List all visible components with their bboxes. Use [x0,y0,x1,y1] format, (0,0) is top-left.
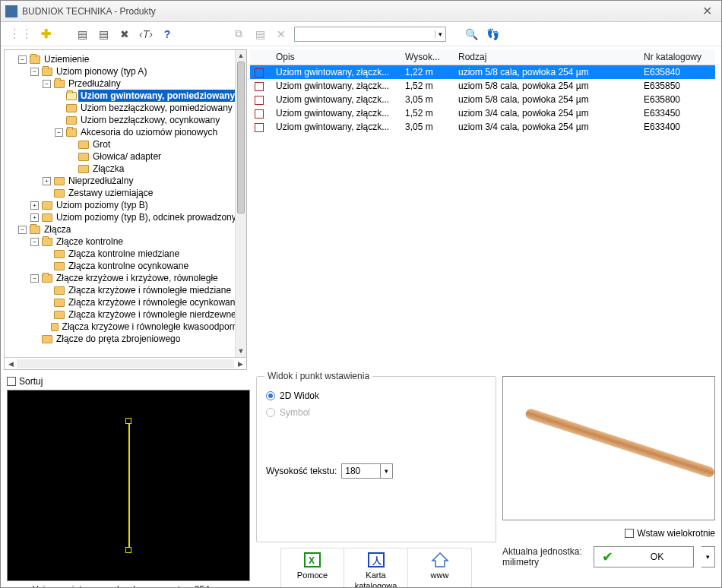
ok-label: OK [621,552,693,562]
unit-row: Aktualna jednostka: milimetry ✔ OK ▾ [502,546,715,567]
txtheight-combo[interactable]: ▾ [341,463,393,479]
tree-node[interactable]: Złączka [65,163,246,175]
close-button[interactable]: ✕ [698,4,717,18]
tree-node[interactable]: +Nieprzedłużalny [41,175,246,187]
tree-node[interactable]: −Akcesoria do uziomów pionowych [53,126,246,138]
image-preview [502,376,715,520]
txtheight-input[interactable] [342,464,380,478]
tree-node[interactable]: −Złącze krzyżowe i krzyżowe, równoległe [29,272,246,284]
table-row[interactable]: Uziom gwintowany, złączk...1,22 muziom 5… [250,65,715,80]
tree-node[interactable]: Złącza krzyżowe i równoległe miedziane [41,284,246,296]
tree-node[interactable]: Złącze do pręta zbrojeniowego [29,333,246,345]
cell-rodzaj: uziom 5/8 cala, powłoka 254 µm [454,65,639,80]
tree-node[interactable]: Złącza krzyżowe i równoległe nierdzewne [41,308,246,321]
table-row[interactable]: Uziom gwintowany, złączk...1,52 muziom 5… [250,79,715,93]
tree-node[interactable]: Grot [65,138,246,150]
doc2-icon[interactable]: ▤ [95,26,112,43]
tree-node[interactable]: −Złącze kontrolne [29,236,246,248]
tree-node[interactable]: Złącza kontrolne ocynkowane [41,260,246,272]
help-icon[interactable]: ? [159,26,176,43]
tree-node[interactable]: Uziom bezzłączkowy, pomiedziowany [53,102,246,114]
tree-node-selected[interactable]: Uziom gwintowany, pomiedziowany [53,90,246,102]
radio-symbol-input [266,408,275,417]
tree-node[interactable]: Głowica/ adapter [65,150,246,163]
sort-checkbox[interactable] [7,377,16,386]
txtheight-label: Wysokość tekstu: [266,466,337,476]
grip-icon: ⋮⋮ [8,27,33,41]
cell-nr: E633400 [639,120,715,134]
ok-button[interactable]: ✔ OK [594,546,694,567]
table-row[interactable]: Uziom gwintowany, złączk...1,52 muziom 3… [250,106,715,120]
tree-node[interactable]: +Uziom poziomy (typ B), odcinek prowadzo… [29,211,246,223]
tree-node[interactable]: −Złącza [17,223,246,236]
view-group: Widok i punkt wstawienia 2D Widok Symbol… [256,376,496,542]
karta-button[interactable]: 人 Karta katalogowa [344,548,408,588]
bottom-bar: X Pomoce 人 Karta katalogowa www [256,547,496,588]
tree-node[interactable]: +Uziom poziomy (typ B) [29,199,246,211]
row-checkbox[interactable] [255,109,264,119]
row-checkbox[interactable] [255,68,264,77]
col-rodzaj[interactable]: Rodzaj [454,49,639,65]
tree-node[interactable]: −Uziom pionowy (typ A) [29,65,246,77]
copy-icon[interactable]: ⧉ [230,26,247,43]
cell-opis: Uziom gwintowany, złączk... [271,106,401,120]
cell-rodzaj: uziom 5/8 cala, powłoka 254 µm [454,79,639,93]
cell-nr: E635800 [639,93,715,106]
table-header-row[interactable]: Opis Wysok... Rodzaj Nr katalogowy [250,49,715,65]
cell-nr: E633450 [639,106,715,120]
search-input[interactable] [295,29,435,40]
tree-node[interactable]: Złącza krzyżowe i równoległe ocynkowane [41,296,246,308]
table-row[interactable]: Uziom gwintowany, złączk...3,05 muziom 5… [250,93,715,106]
findall-icon[interactable]: 👣 [484,26,501,43]
check-icon: ✔ [594,548,621,565]
insert-multi-row[interactable]: Wstaw wielokrotnie [502,528,715,539]
radio-2d[interactable]: 2D Widok [266,390,486,401]
tree-node[interactable]: −Przedłużalny [41,77,246,90]
product-table[interactable]: Opis Wysok... Rodzaj Nr katalogowy Uziom… [250,49,715,134]
cell-opis: Uziom gwintowany, złączk... [271,93,401,106]
unit-value: milimetry [502,557,586,567]
pomoce-button[interactable]: X Pomoce [280,548,344,588]
radio-2d-input[interactable] [266,391,275,400]
cell-opis: Uziom gwintowany, złączk... [271,120,401,134]
app-icon [5,5,17,17]
cell-wys: 1,52 m [401,79,454,93]
home-icon [431,552,449,568]
tree-node[interactable]: Zestawy uziemiające [41,187,246,199]
tools-icon[interactable]: ✖ [116,26,133,43]
delete-icon[interactable]: ✕ [273,26,290,43]
row-checkbox[interactable] [255,123,264,132]
search-dropdown[interactable]: ▾ [435,30,445,38]
row-checkbox[interactable] [255,82,264,91]
tree-hscrollbar[interactable]: ◀▶ [5,357,246,369]
toolbar: ⋮⋮ ✚ ▤ ▤ ✖ ‹T› ? ⧉ ▤ ✕ ▾ 🔍 👣 [1,22,721,46]
row-checkbox[interactable] [255,96,264,105]
tree[interactable]: −Uziemienie −Uziom pionowy (typ A) −Prze… [5,50,246,357]
tree-node[interactable]: Złącza kontrolne miedziane [41,248,246,260]
sort-row[interactable]: Sortuj [7,376,250,387]
search-box[interactable]: ▾ [294,27,446,42]
txtheight-dropdown[interactable]: ▾ [380,464,392,478]
paste-icon[interactable]: ▤ [252,26,268,43]
find-icon[interactable]: 🔍 [463,26,480,43]
tree-pane: −Uziemienie −Uziom pionowy (typ A) −Prze… [4,49,247,370]
text-height-row: Wysokość tekstu: ▾ [266,463,486,479]
tree-vscrollbar[interactable]: ▲ ▼ [235,50,246,357]
table-row[interactable]: Uziom gwintowany, złączk...3,05 muziom 3… [250,120,715,134]
insert-multi-checkbox[interactable] [625,529,634,538]
unit-label: Aktualna jednostka: [502,546,586,557]
tree-node[interactable]: −Uziemienie [17,53,246,65]
col-opis[interactable]: Opis [271,49,401,65]
www-button[interactable]: www [408,548,472,588]
preview-2d[interactable] [7,390,250,581]
tree-node[interactable]: Złącza krzyżowe i równoległe kwasoodporn… [41,321,246,333]
ok-dropdown[interactable]: ▾ [701,546,715,567]
col-nr[interactable]: Nr katalogowy [639,49,715,65]
insert-multi-label: Wstaw wielokrotnie [637,528,715,539]
add-button[interactable]: ✚ [37,26,54,43]
doc1-icon[interactable]: ▤ [74,26,90,43]
text-icon[interactable]: ‹T› [138,26,154,43]
tree-node[interactable]: Uziom bezzłączkowy, ocynkowany [53,114,246,126]
col-wys[interactable]: Wysok... [401,49,454,65]
excel-icon: X [303,552,321,568]
